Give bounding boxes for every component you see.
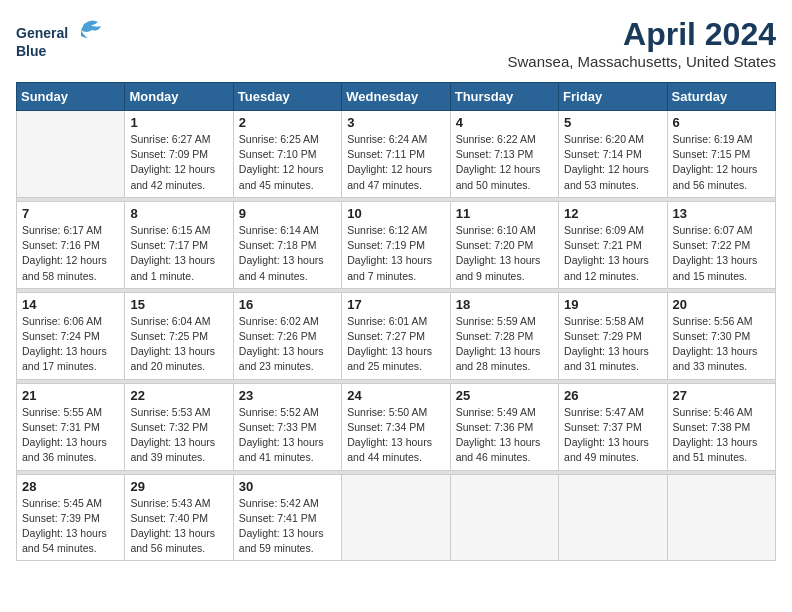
- day-info: Sunrise: 6:22 AMSunset: 7:13 PMDaylight:…: [456, 132, 553, 193]
- weekday-header-sunday: Sunday: [17, 83, 125, 111]
- day-info: Sunrise: 5:45 AMSunset: 7:39 PMDaylight:…: [22, 496, 119, 557]
- calendar-cell: 17Sunrise: 6:01 AMSunset: 7:27 PMDayligh…: [342, 292, 450, 379]
- calendar-cell: 2Sunrise: 6:25 AMSunset: 7:10 PMDaylight…: [233, 111, 341, 198]
- day-number: 20: [673, 297, 770, 312]
- day-number: 3: [347, 115, 444, 130]
- day-info: Sunrise: 6:24 AMSunset: 7:11 PMDaylight:…: [347, 132, 444, 193]
- day-info: Sunrise: 5:50 AMSunset: 7:34 PMDaylight:…: [347, 405, 444, 466]
- day-info: Sunrise: 6:19 AMSunset: 7:15 PMDaylight:…: [673, 132, 770, 193]
- weekday-header-wednesday: Wednesday: [342, 83, 450, 111]
- svg-text:Blue: Blue: [16, 43, 47, 59]
- day-info: Sunrise: 6:04 AMSunset: 7:25 PMDaylight:…: [130, 314, 227, 375]
- day-number: 2: [239, 115, 336, 130]
- calendar-cell: 11Sunrise: 6:10 AMSunset: 7:20 PMDayligh…: [450, 201, 558, 288]
- day-info: Sunrise: 6:09 AMSunset: 7:21 PMDaylight:…: [564, 223, 661, 284]
- day-number: 6: [673, 115, 770, 130]
- calendar-cell: 4Sunrise: 6:22 AMSunset: 7:13 PMDaylight…: [450, 111, 558, 198]
- day-info: Sunrise: 5:53 AMSunset: 7:32 PMDaylight:…: [130, 405, 227, 466]
- calendar-cell: 12Sunrise: 6:09 AMSunset: 7:21 PMDayligh…: [559, 201, 667, 288]
- day-number: 15: [130, 297, 227, 312]
- day-info: Sunrise: 5:46 AMSunset: 7:38 PMDaylight:…: [673, 405, 770, 466]
- calendar-cell: 9Sunrise: 6:14 AMSunset: 7:18 PMDaylight…: [233, 201, 341, 288]
- day-info: Sunrise: 6:07 AMSunset: 7:22 PMDaylight:…: [673, 223, 770, 284]
- weekday-header-friday: Friday: [559, 83, 667, 111]
- week-row-3: 14Sunrise: 6:06 AMSunset: 7:24 PMDayligh…: [17, 292, 776, 379]
- calendar-cell: [450, 474, 558, 561]
- calendar-cell: 30Sunrise: 5:42 AMSunset: 7:41 PMDayligh…: [233, 474, 341, 561]
- day-info: Sunrise: 5:43 AMSunset: 7:40 PMDaylight:…: [130, 496, 227, 557]
- calendar-cell: 27Sunrise: 5:46 AMSunset: 7:38 PMDayligh…: [667, 383, 775, 470]
- day-number: 23: [239, 388, 336, 403]
- calendar-cell: 13Sunrise: 6:07 AMSunset: 7:22 PMDayligh…: [667, 201, 775, 288]
- calendar-cell: 3Sunrise: 6:24 AMSunset: 7:11 PMDaylight…: [342, 111, 450, 198]
- day-info: Sunrise: 6:25 AMSunset: 7:10 PMDaylight:…: [239, 132, 336, 193]
- day-info: Sunrise: 6:15 AMSunset: 7:17 PMDaylight:…: [130, 223, 227, 284]
- week-row-1: 1Sunrise: 6:27 AMSunset: 7:09 PMDaylight…: [17, 111, 776, 198]
- day-info: Sunrise: 6:01 AMSunset: 7:27 PMDaylight:…: [347, 314, 444, 375]
- calendar-cell: 28Sunrise: 5:45 AMSunset: 7:39 PMDayligh…: [17, 474, 125, 561]
- day-info: Sunrise: 6:14 AMSunset: 7:18 PMDaylight:…: [239, 223, 336, 284]
- week-row-5: 28Sunrise: 5:45 AMSunset: 7:39 PMDayligh…: [17, 474, 776, 561]
- day-info: Sunrise: 6:12 AMSunset: 7:19 PMDaylight:…: [347, 223, 444, 284]
- calendar-cell: 14Sunrise: 6:06 AMSunset: 7:24 PMDayligh…: [17, 292, 125, 379]
- day-info: Sunrise: 5:58 AMSunset: 7:29 PMDaylight:…: [564, 314, 661, 375]
- calendar-cell: 16Sunrise: 6:02 AMSunset: 7:26 PMDayligh…: [233, 292, 341, 379]
- calendar-cell: [667, 474, 775, 561]
- day-number: 17: [347, 297, 444, 312]
- day-number: 22: [130, 388, 227, 403]
- day-info: Sunrise: 5:55 AMSunset: 7:31 PMDaylight:…: [22, 405, 119, 466]
- weekday-header-monday: Monday: [125, 83, 233, 111]
- day-number: 24: [347, 388, 444, 403]
- day-number: 8: [130, 206, 227, 221]
- day-number: 27: [673, 388, 770, 403]
- day-number: 25: [456, 388, 553, 403]
- day-number: 10: [347, 206, 444, 221]
- calendar-cell: 23Sunrise: 5:52 AMSunset: 7:33 PMDayligh…: [233, 383, 341, 470]
- day-number: 28: [22, 479, 119, 494]
- calendar-cell: 21Sunrise: 5:55 AMSunset: 7:31 PMDayligh…: [17, 383, 125, 470]
- day-info: Sunrise: 6:06 AMSunset: 7:24 PMDaylight:…: [22, 314, 119, 375]
- day-info: Sunrise: 6:27 AMSunset: 7:09 PMDaylight:…: [130, 132, 227, 193]
- day-number: 9: [239, 206, 336, 221]
- day-info: Sunrise: 5:56 AMSunset: 7:30 PMDaylight:…: [673, 314, 770, 375]
- weekday-header-saturday: Saturday: [667, 83, 775, 111]
- day-number: 12: [564, 206, 661, 221]
- day-info: Sunrise: 6:20 AMSunset: 7:14 PMDaylight:…: [564, 132, 661, 193]
- calendar-cell: 8Sunrise: 6:15 AMSunset: 7:17 PMDaylight…: [125, 201, 233, 288]
- calendar-cell: 19Sunrise: 5:58 AMSunset: 7:29 PMDayligh…: [559, 292, 667, 379]
- day-number: 11: [456, 206, 553, 221]
- subtitle: Swansea, Massachusetts, United States: [508, 53, 776, 70]
- day-number: 21: [22, 388, 119, 403]
- calendar-cell: [342, 474, 450, 561]
- calendar-cell: 5Sunrise: 6:20 AMSunset: 7:14 PMDaylight…: [559, 111, 667, 198]
- day-info: Sunrise: 5:42 AMSunset: 7:41 PMDaylight:…: [239, 496, 336, 557]
- day-number: 4: [456, 115, 553, 130]
- day-info: Sunrise: 6:10 AMSunset: 7:20 PMDaylight:…: [456, 223, 553, 284]
- weekday-header-thursday: Thursday: [450, 83, 558, 111]
- day-number: 29: [130, 479, 227, 494]
- day-info: Sunrise: 5:47 AMSunset: 7:37 PMDaylight:…: [564, 405, 661, 466]
- day-number: 19: [564, 297, 661, 312]
- day-number: 1: [130, 115, 227, 130]
- day-number: 14: [22, 297, 119, 312]
- calendar-cell: 20Sunrise: 5:56 AMSunset: 7:30 PMDayligh…: [667, 292, 775, 379]
- day-number: 26: [564, 388, 661, 403]
- calendar-cell: 1Sunrise: 6:27 AMSunset: 7:09 PMDaylight…: [125, 111, 233, 198]
- calendar-cell: 26Sunrise: 5:47 AMSunset: 7:37 PMDayligh…: [559, 383, 667, 470]
- calendar-cell: 22Sunrise: 5:53 AMSunset: 7:32 PMDayligh…: [125, 383, 233, 470]
- week-row-2: 7Sunrise: 6:17 AMSunset: 7:16 PMDaylight…: [17, 201, 776, 288]
- calendar-cell: 6Sunrise: 6:19 AMSunset: 7:15 PMDaylight…: [667, 111, 775, 198]
- day-number: 18: [456, 297, 553, 312]
- calendar-table: SundayMondayTuesdayWednesdayThursdayFrid…: [16, 82, 776, 561]
- calendar-cell: 10Sunrise: 6:12 AMSunset: 7:19 PMDayligh…: [342, 201, 450, 288]
- day-info: Sunrise: 5:59 AMSunset: 7:28 PMDaylight:…: [456, 314, 553, 375]
- weekday-header-row: SundayMondayTuesdayWednesdayThursdayFrid…: [17, 83, 776, 111]
- day-number: 13: [673, 206, 770, 221]
- title-area: April 2024 Swansea, Massachusetts, Unite…: [508, 16, 776, 70]
- calendar-cell: 18Sunrise: 5:59 AMSunset: 7:28 PMDayligh…: [450, 292, 558, 379]
- calendar-cell: 25Sunrise: 5:49 AMSunset: 7:36 PMDayligh…: [450, 383, 558, 470]
- calendar-cell: 7Sunrise: 6:17 AMSunset: 7:16 PMDaylight…: [17, 201, 125, 288]
- calendar-cell: 29Sunrise: 5:43 AMSunset: 7:40 PMDayligh…: [125, 474, 233, 561]
- weekday-header-tuesday: Tuesday: [233, 83, 341, 111]
- day-info: Sunrise: 6:17 AMSunset: 7:16 PMDaylight:…: [22, 223, 119, 284]
